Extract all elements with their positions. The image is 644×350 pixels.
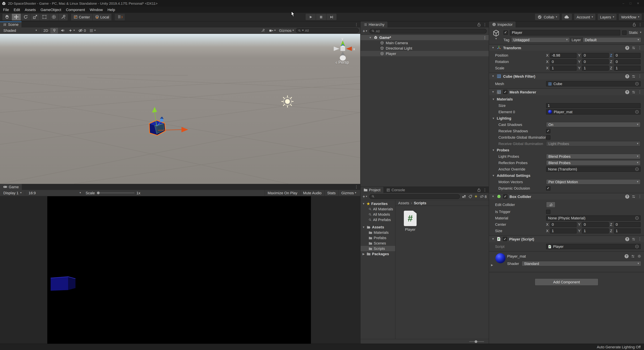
script-object-field[interactable]: Player — [546, 244, 641, 249]
scene-viewport[interactable]: y x ‹ Persp — [0, 34, 360, 184]
rotation-x-input[interactable] — [550, 59, 577, 64]
position-y-input[interactable] — [582, 53, 609, 58]
player-script-header[interactable]: ▼ ✓ Player (Script) ? ⋮ — [489, 235, 644, 242]
lock-icon[interactable] — [632, 22, 636, 26]
project-search-input[interactable] — [376, 194, 458, 198]
scale-tool-button[interactable] — [30, 13, 40, 20]
custom-tools-button[interactable] — [59, 13, 68, 20]
lighting-foldout[interactable]: ▼ Lighting — [489, 115, 644, 121]
scene-row-menu-icon[interactable]: ⋮ — [483, 36, 489, 39]
position-x-input[interactable] — [550, 53, 577, 58]
create-asset-button[interactable]: +▾ — [362, 194, 367, 199]
mute-audio-button[interactable]: Mute Audio — [300, 190, 324, 196]
help-icon[interactable]: ? — [625, 90, 629, 94]
hierarchy-menu-icon[interactable]: ⋮ — [483, 23, 487, 26]
transform-header[interactable]: ▼ Transform ? ⋮ — [489, 44, 644, 51]
favorite-all-models[interactable]: All Models — [360, 212, 395, 217]
transform-tool-button[interactable] — [49, 13, 58, 20]
object-picker-icon[interactable] — [635, 216, 639, 220]
foldout-open-icon[interactable]: ▼ — [362, 202, 365, 205]
breadcrumb-current[interactable]: Scripts — [414, 201, 426, 205]
menu-file[interactable]: File — [1, 8, 11, 12]
scene-gizmos-dropdown[interactable]: Gizmos ▾ — [278, 28, 295, 33]
component-menu-icon[interactable]: ⋮ — [638, 90, 642, 94]
hierarchy-item-main-camera[interactable]: Main Camera — [360, 40, 489, 45]
favorites-group[interactable]: ▼ ★ Favorites — [360, 201, 395, 206]
component-enabled-checkbox[interactable]: ✓ — [503, 90, 508, 94]
scale-z-input[interactable] — [614, 65, 641, 70]
collider-center-z-input[interactable] — [614, 222, 641, 227]
close-button[interactable]: ✕ — [637, 2, 639, 5]
presets-icon[interactable] — [632, 46, 636, 50]
layer-dropdown[interactable]: Default▾ — [582, 37, 641, 42]
scene-row[interactable]: ▼ Game* ⋮ — [360, 35, 489, 40]
component-menu-icon[interactable]: ⋮ — [638, 194, 642, 198]
foldout-open-icon[interactable]: ▼ — [368, 36, 372, 39]
tab-inspector[interactable]: Inspector — [489, 21, 516, 27]
pivot-mode-button[interactable]: Center — [71, 13, 92, 20]
mesh-object-field[interactable]: Cube — [546, 81, 641, 86]
menu-help[interactable]: Help — [105, 8, 118, 12]
help-icon[interactable]: ? — [625, 46, 629, 50]
collider-center-x-input[interactable] — [550, 222, 577, 227]
component-enabled-checkbox[interactable]: ✓ — [503, 237, 507, 241]
scene-lighting-toggle[interactable] — [50, 28, 58, 33]
workflow-dropdown[interactable]: Workflow ▾ — [619, 14, 642, 20]
static-dropdown-caret[interactable]: ▾ — [640, 31, 641, 34]
presets-icon[interactable] — [632, 237, 636, 241]
menu-window[interactable]: Window — [88, 8, 105, 12]
play-button[interactable] — [306, 14, 316, 20]
folder-scripts[interactable]: Scripts — [360, 246, 395, 251]
presets-icon[interactable] — [632, 194, 636, 198]
foldout-open-icon[interactable]: ▼ — [492, 90, 495, 93]
tab-project[interactable]: Project — [360, 187, 384, 193]
foldout-closed-icon[interactable]: ▶ — [362, 252, 365, 255]
draw-mode-dropdown[interactable]: Shaded ▾ — [1, 28, 39, 33]
menu-component[interactable]: Component — [64, 8, 88, 12]
collider-center-y-input[interactable] — [582, 222, 609, 227]
foldout-open-icon[interactable]: ▼ — [492, 237, 495, 240]
assets-group[interactable]: ▼ Assets — [360, 224, 395, 230]
scene-effects-dropdown[interactable]: ▾ — [67, 28, 76, 33]
scale-slider-thumb[interactable] — [97, 191, 100, 194]
hidden-objects-toggle[interactable]: 0 — [77, 28, 87, 33]
pivot-rotation-button[interactable]: Local — [92, 13, 112, 20]
folder-materials[interactable]: Materials — [360, 230, 395, 235]
search-by-type-icon[interactable] — [462, 194, 466, 199]
is-trigger-checkbox[interactable] — [546, 209, 550, 214]
scene-audio-toggle[interactable] — [59, 28, 66, 33]
motion-vectors-dropdown[interactable]: Per Object Motion▾ — [546, 179, 641, 184]
component-menu-icon[interactable]: ⋮ — [638, 74, 642, 78]
scene-camera-dropdown[interactable]: ▾ — [268, 28, 277, 33]
favorite-all-prefabs[interactable]: All Prefabs — [360, 217, 395, 222]
receive-shadows-checkbox[interactable]: ✓ — [546, 129, 550, 133]
folder-scenes[interactable]: Scenes — [360, 240, 395, 246]
material-foldout-icon[interactable]: ▶ — [490, 264, 494, 267]
foldout-open-icon[interactable]: ▼ — [492, 195, 495, 198]
breadcrumb-root[interactable]: Assets — [398, 201, 409, 205]
dynamic-occlusion-checkbox[interactable]: ✓ — [546, 186, 550, 190]
rect-tool-button[interactable] — [40, 13, 49, 20]
mesh-filter-header[interactable]: ▼ Cube (Mesh Filter) ? ⋮ — [489, 73, 644, 79]
object-picker-icon[interactable] — [635, 245, 639, 248]
help-icon[interactable]: ? — [625, 237, 629, 241]
box-collider-header[interactable]: ▼ ✓ Box Collider ? ⋮ — [489, 193, 644, 200]
probes-foldout[interactable]: ▼ Probes — [489, 147, 644, 153]
add-component-button[interactable]: Add Component — [535, 278, 598, 286]
aspect-dropdown[interactable]: 16:9 ▾ — [27, 190, 83, 196]
edit-collider-button[interactable] — [546, 202, 556, 208]
lock-icon[interactable] — [477, 188, 481, 192]
light-probes-dropdown[interactable]: Blend Probes▾ — [546, 154, 641, 159]
foldout-open-icon[interactable]: ▼ — [362, 226, 365, 229]
folder-prefabs[interactable]: Prefabs — [360, 235, 395, 240]
tab-hierarchy[interactable]: Hierarchy — [360, 21, 388, 27]
scene-search-input[interactable] — [305, 28, 356, 32]
mesh-renderer-header[interactable]: ▼ ✓ Mesh Renderer ? ⋮ — [489, 88, 644, 95]
grid-visibility-dropdown[interactable]: ▾ — [88, 28, 97, 33]
materials-size-input[interactable] — [546, 103, 641, 108]
collab-button[interactable]: Collab ▾ — [535, 14, 560, 20]
step-button[interactable] — [326, 14, 336, 20]
icon-size-slider-thumb[interactable] — [474, 340, 477, 343]
grid-snapping-button[interactable] — [115, 13, 125, 20]
rotation-y-input[interactable] — [582, 59, 609, 64]
